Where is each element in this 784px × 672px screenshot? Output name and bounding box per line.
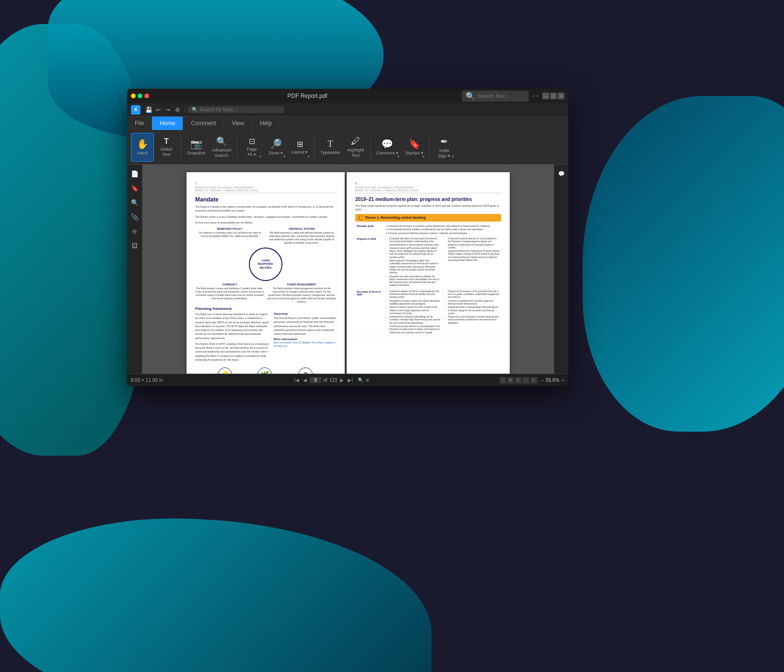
- zoom-in-button[interactable]: +: [562, 377, 564, 383]
- table-row-key-areas: Key areas of focus in 2020 Continue to d…: [355, 289, 501, 336]
- minimize-button[interactable]: [131, 94, 136, 98]
- more-info-title: More information: [274, 338, 336, 341]
- zoom-out-button[interactable]: −: [541, 377, 544, 383]
- page-number-input[interactable]: [310, 377, 321, 383]
- typewriter-button[interactable]: T Typewriter: [317, 133, 343, 162]
- two-page-view-btn[interactable]: ⊞: [507, 377, 514, 384]
- search-next-icon[interactable]: ⊕: [365, 377, 369, 383]
- pdf-page-left: 7 MANDATE AND PLANNING FRAMEWORK BANK OF…: [187, 172, 345, 374]
- tab-view[interactable]: View: [224, 117, 252, 130]
- advanced-search-button[interactable]: 🔍 AdvancedSearch: [209, 133, 234, 162]
- tab-help[interactable]: Help: [252, 117, 280, 130]
- highlight-text-button[interactable]: 🖊 HighlightText: [344, 133, 367, 162]
- search-box[interactable]: 🔍: [462, 91, 529, 102]
- search-prev-icon[interactable]: 🔍: [358, 377, 363, 383]
- tools-search-box[interactable]: 🔍: [188, 106, 284, 113]
- toolbar-separator-5: [429, 135, 430, 159]
- zoom-button[interactable]: 🔎 Zoom ▾: [264, 133, 287, 162]
- scroll-view-btn[interactable]: ≡: [515, 377, 522, 384]
- key-areas-list-1: Continue to deepen the Bank's understand…: [386, 290, 441, 334]
- status-bar: 8.50 × 11.00 in |◀ ◀ of 123 ▶ ▶| 🔍 ⊕ □ ⊞…: [127, 374, 568, 386]
- rotate-btn[interactable]: ↺: [530, 377, 537, 384]
- search-icon: 🔍: [466, 92, 475, 101]
- progress-header: Progress in 2019: [355, 236, 384, 289]
- monetary-policy-text: The objective of monetary policy is to p…: [195, 231, 264, 238]
- maximize-button[interactable]: [138, 94, 142, 98]
- sidebar-page-icon[interactable]: 📄: [129, 168, 140, 179]
- last-page-button[interactable]: ▶|: [347, 377, 354, 383]
- key-areas-list-2: Prepare for the issuance of the next ban…: [444, 290, 500, 325]
- redo-icon[interactable]: ↪: [164, 106, 172, 114]
- chat-icon[interactable]: 💬: [556, 168, 567, 179]
- key-areas-header: Key areas of focus in 2020: [355, 289, 384, 336]
- select-text-icon: T: [164, 137, 169, 146]
- title-bar: PDF Report.pdf 🔍 ‹ › — □ ✕: [127, 89, 568, 103]
- layout-icon: ⊞: [297, 140, 303, 149]
- sidebar-bookmark-icon[interactable]: 🔖: [129, 183, 140, 193]
- window-controls: [131, 94, 149, 98]
- hand-icon: ✋: [137, 138, 149, 150]
- tab-file[interactable]: File: [127, 117, 152, 130]
- snapshot-button[interactable]: 📷 Snapshot: [184, 133, 208, 162]
- right-main-title: 2019–21 medium-term plan: progress and p…: [355, 196, 501, 202]
- sidebar-layers-icon[interactable]: ⊕: [129, 226, 140, 236]
- stamps-button[interactable]: 🔖 Stamps ▾: [402, 133, 426, 162]
- select-text-button[interactable]: T SelectText: [155, 133, 178, 162]
- right-intro-text: The Bank made significant progress again…: [355, 204, 501, 212]
- tab-comment[interactable]: Comment: [183, 117, 224, 130]
- funds-mgmt-title: FUNDS MANAGEMENT: [267, 283, 336, 286]
- search-tools-input[interactable]: [199, 107, 280, 112]
- hand-tool-button[interactable]: ✋ Hand: [131, 133, 154, 162]
- fit-width-btn[interactable]: ↔: [523, 377, 529, 384]
- page-fit-button[interactable]: ⊡ PageFit ▾: [240, 133, 263, 162]
- total-pages: 123: [329, 377, 337, 383]
- nav-forward-icon[interactable]: ›: [537, 93, 538, 99]
- reinforce-icon-item: ⚙ REINFORCE: [297, 367, 314, 374]
- first-page-button[interactable]: |◀: [293, 377, 300, 383]
- dimensions-display: 8.50 × 11.00 in: [131, 377, 163, 383]
- reinforce-circle: ⚙: [298, 367, 313, 374]
- toolbar: ✋ Hand T SelectText 📷 Snapshot 🔍 Advance…: [127, 130, 568, 165]
- next-page-button[interactable]: ▶: [339, 377, 345, 383]
- window-close-btn[interactable]: ✕: [558, 93, 564, 99]
- pdf-left-content: 7 MANDATE AND PLANNING FRAMEWORK BANK OF…: [187, 172, 345, 374]
- nav-back-icon[interactable]: ‹: [533, 93, 535, 99]
- pdf-viewer[interactable]: 7 MANDATE AND PLANNING FRAMEWORK BANK OF…: [142, 165, 554, 374]
- currency-title: CURRENCY: [195, 283, 264, 286]
- reporting-text: The Annual Report is the Bank's public a…: [274, 316, 336, 336]
- table-row-goals: Strategic goals 1.1 Advance the frontier…: [355, 224, 501, 236]
- bg-shape-bottom: [0, 519, 432, 672]
- view-mode-buttons: □ ⊞ ≡ ↔ ↺: [500, 377, 537, 384]
- page-navigation: |◀ ◀ of 123 ▶ ▶|: [293, 377, 353, 383]
- financial-system-text: The Bank promotes a stable and efficient…: [267, 231, 336, 245]
- tab-home[interactable]: Home: [152, 117, 183, 130]
- prev-page-button[interactable]: ◀: [302, 377, 308, 383]
- sidebar-image-icon[interactable]: 🖼: [129, 240, 140, 251]
- bottom-icons: 💡 REINVENT 🌿 RENEW ⚙ REINFORCE: [195, 367, 336, 374]
- search-input[interactable]: [477, 93, 525, 99]
- xodo-sign-button[interactable]: ✒ XodoSign ▾: [433, 133, 456, 162]
- window-restore-btn[interactable]: □: [550, 93, 557, 99]
- settings-icon[interactable]: ⚙: [173, 106, 182, 114]
- comment-icon: 💬: [381, 138, 393, 150]
- goals-content: 1.1 Advance the frontiers of monetary po…: [384, 224, 501, 236]
- single-page-view-btn[interactable]: □: [500, 377, 506, 384]
- core-circle: CORERESPONSI-BILITIES: [249, 248, 282, 281]
- advanced-search-icon: 🔍: [216, 136, 227, 147]
- layout-button[interactable]: ⊞ Layout ▾: [288, 133, 311, 162]
- renew-circle: 🌿: [257, 367, 272, 374]
- zoom-value: 55.6%: [546, 377, 559, 383]
- zoom-icon: 🔎: [270, 138, 282, 150]
- app-logo: X: [131, 105, 140, 115]
- progress-table: Strategic goals 1.1 Advance the frontier…: [355, 224, 501, 336]
- more-info-link[interactable]: Bank of Canada. 2019–21 Medium-Term Plan…: [274, 341, 336, 348]
- sidebar-attachment-icon[interactable]: 📎: [129, 212, 140, 222]
- undo-icon[interactable]: ↩: [154, 106, 163, 114]
- comment-button[interactable]: 💬 Comment ▾: [374, 133, 402, 162]
- sidebar-search-icon[interactable]: 🔍: [129, 197, 140, 208]
- mandate-text-3: Its four core areas of responsibility ar…: [195, 221, 336, 224]
- window-minimize-btn[interactable]: —: [542, 93, 549, 99]
- close-button[interactable]: [144, 94, 149, 98]
- save-icon[interactable]: 💾: [144, 106, 153, 114]
- pdf-page-right: 8 MANDATE AND PLANNING FRAMEWORK BANK OF…: [347, 172, 510, 374]
